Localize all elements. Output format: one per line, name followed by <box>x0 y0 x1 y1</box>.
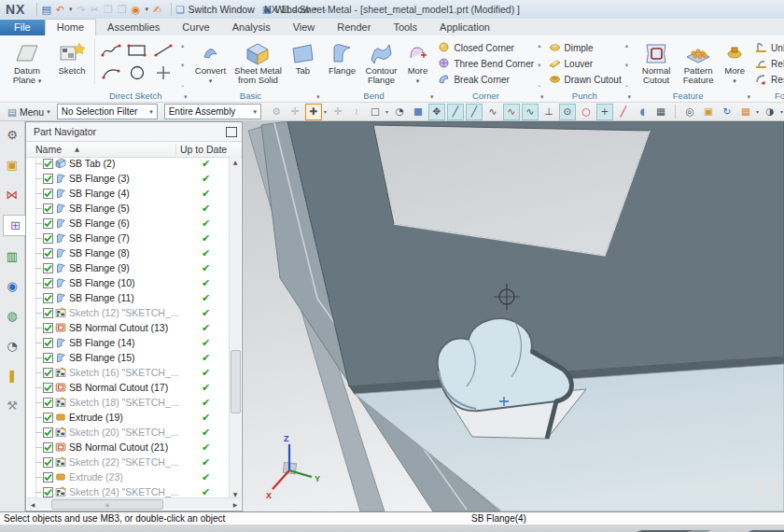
vertical-scrollbar-thumb[interactable] <box>231 350 241 413</box>
feature-checkbox[interactable] <box>43 398 53 408</box>
feature-checkbox[interactable] <box>43 233 53 244</box>
snap-curve-icon[interactable]: ∿ <box>484 104 501 120</box>
tab-home[interactable]: Home <box>45 19 96 35</box>
tab-file[interactable]: File <box>0 20 45 35</box>
chevron-down-icon[interactable]: ▾ <box>628 93 632 101</box>
feature-checkbox[interactable] <box>43 218 53 229</box>
chevron-down-icon[interactable]: ▾ <box>184 93 188 101</box>
chevron-down-icon[interactable]: ▾ <box>540 93 544 101</box>
shaded-ball-icon[interactable]: ◔ <box>391 104 408 120</box>
tree-row[interactable]: Extrude (23)✔ <box>26 469 231 484</box>
fit-curve-icon[interactable]: ∿ <box>522 104 539 120</box>
feature-checkbox[interactable] <box>43 174 53 184</box>
tree-row[interactable]: Sketch (18) "SKETCH_...✔ <box>26 395 231 410</box>
datum-axis-icon[interactable]: ⊥ <box>540 104 557 120</box>
feature-checkbox[interactable] <box>43 338 53 348</box>
sketch-button[interactable]: Sketch <box>51 38 92 76</box>
history-icon[interactable]: ◔ <box>3 336 22 356</box>
unbend-button[interactable]: Unbend <box>755 41 784 55</box>
profile-tool-icon[interactable] <box>100 43 122 62</box>
chevron-down-icon[interactable]: ▾ <box>748 93 751 101</box>
rotate-view-icon[interactable]: ↻ <box>719 104 735 120</box>
resize-bend-button[interactable]: Resize Bend <box>755 73 784 87</box>
snap-quadrant-icon[interactable]: ○ <box>578 104 595 120</box>
machining-wizard-icon[interactable]: ⚒ <box>3 396 22 415</box>
feature-checkbox[interactable] <box>43 159 53 169</box>
tree-row[interactable]: SB Normal Cutout (21)✔ <box>26 440 231 455</box>
tree-row[interactable]: SB Flange (9)✔ <box>26 260 231 275</box>
feature-checkbox[interactable] <box>43 189 53 199</box>
feature-checkbox[interactable] <box>43 383 53 393</box>
undo-icon[interactable]: ↶ <box>56 5 64 15</box>
chevron-down-icon[interactable]: ▾ <box>780 109 783 115</box>
pattern-feature-button[interactable]: Pattern Feature <box>677 38 720 86</box>
rectangle-select-icon[interactable]: □▾ <box>367 104 384 120</box>
convert-button[interactable]: Convert▾ <box>191 38 229 86</box>
dimple-button[interactable]: Dimple <box>549 41 622 55</box>
touch-mode-icon[interactable]: ✍ <box>153 5 161 15</box>
feature-checkbox[interactable] <box>43 203 53 214</box>
feature-checkbox[interactable] <box>43 427 53 438</box>
scroll-left-icon[interactable]: ◀ <box>27 501 38 508</box>
chevron-down-icon[interactable]: ▾ <box>145 6 148 13</box>
feature-checkbox[interactable] <box>43 263 53 273</box>
selection-filter-icon[interactable]: ✚▾ <box>305 104 322 120</box>
part-navigator-icon[interactable]: ⊞ <box>3 215 28 236</box>
bend-more-button[interactable]: More▾ <box>402 38 432 86</box>
feature-checkbox[interactable] <box>43 442 53 453</box>
fit-window-icon[interactable]: ▣ <box>700 104 717 120</box>
solid-cube-icon[interactable]: ■ <box>410 104 427 120</box>
grid-snap-icon[interactable]: ▦ <box>652 104 669 120</box>
tree-row[interactable]: SB Flange (8)✔ <box>26 245 231 260</box>
three-bend-corner-button[interactable]: Three Bend Corner <box>438 57 534 71</box>
gallery-up-icon[interactable]: ▴ <box>180 42 185 49</box>
gallery-scroll-arrows[interactable]: ▴ ▾ ⌄ <box>177 38 186 89</box>
punch-more-icon[interactable]: ⌄ <box>624 81 629 89</box>
tree-row[interactable]: SB Flange (10)✔ <box>26 275 231 290</box>
graphics-window[interactable]: Z X Y n <box>243 121 784 511</box>
column-header-name[interactable]: Name ▲ <box>26 144 175 155</box>
corner-more-icon[interactable]: ⌄ <box>537 81 541 89</box>
tab-analysis[interactable]: Analysis <box>221 20 282 35</box>
hd3d-tools-icon[interactable]: ◉ <box>3 276 22 296</box>
face-rule-icon[interactable]: ◖ <box>634 104 651 120</box>
tree-row[interactable]: SB Flange (14)✔ <box>26 335 231 350</box>
punch-up-icon[interactable]: ▴ <box>624 42 629 49</box>
tree-row[interactable]: SB Tab (2)✔ <box>26 156 231 171</box>
chevron-down-icon[interactable]: ▾ <box>385 109 388 115</box>
feature-checkbox[interactable] <box>43 323 53 333</box>
tree-row[interactable]: Sketch (16) "SKETCH_...✔ <box>26 365 231 380</box>
scroll-up-icon[interactable]: ▲ <box>230 156 241 167</box>
selection-scope-dropdown[interactable]: Entire Assembly ▾ <box>164 104 261 119</box>
roles-gear-icon[interactable]: ⚙ <box>3 125 22 145</box>
tree-row[interactable]: SB Flange (3)✔ <box>26 171 231 186</box>
tree-row[interactable]: SB Normal Cutout (13)✔ <box>26 320 231 335</box>
feature-checkbox[interactable] <box>43 472 53 483</box>
punch-scroll-arrows[interactable]: ▴ ▾ ⌄ <box>622 38 630 89</box>
tab-view[interactable]: View <box>282 20 327 35</box>
tree-row[interactable]: SB Flange (15)✔ <box>26 350 231 365</box>
reuse-library-icon[interactable]: ▥ <box>3 246 22 266</box>
feature-checkbox[interactable] <box>43 308 53 318</box>
assembly-navigator-icon[interactable]: ▣ <box>3 155 22 175</box>
rebend-button[interactable]: Rebend <box>755 57 784 71</box>
tab-tools[interactable]: Tools <box>382 20 428 35</box>
column-header-up-to-date[interactable]: Up to Date <box>175 144 242 155</box>
render-style-icon[interactable]: ◑▾ <box>762 104 778 120</box>
feature-checkbox[interactable] <box>43 278 53 288</box>
tree-row[interactable]: SB Flange (6)✔ <box>26 216 231 231</box>
datum-plane-button[interactable]: Datum Plane ▾ <box>3 38 51 86</box>
scroll-right-icon[interactable]: ▶ <box>230 501 241 508</box>
corner-down-icon[interactable]: ▾ <box>537 62 541 69</box>
chevron-down-icon[interactable]: ▾ <box>756 109 759 115</box>
constraint-navigator-icon[interactable]: ⋈ <box>3 185 22 204</box>
tree-row[interactable]: Sketch (20) "SKETCH_...✔ <box>26 425 231 440</box>
drawn-cutout-button[interactable]: Drawn Cutout <box>549 73 622 87</box>
tree-row[interactable]: SB Flange (5)✔ <box>26 201 231 216</box>
snap-arc-center-icon[interactable]: ⊙ <box>559 104 576 120</box>
window-menu-button[interactable]: ▣ Window ▾ <box>262 4 317 15</box>
command-finder-icon[interactable]: ◉ <box>132 5 141 15</box>
studio-spline-icon[interactable]: ∿ <box>503 104 520 120</box>
punch-down-icon[interactable]: ▾ <box>624 62 629 69</box>
tab-button[interactable]: Tab <box>287 38 318 76</box>
